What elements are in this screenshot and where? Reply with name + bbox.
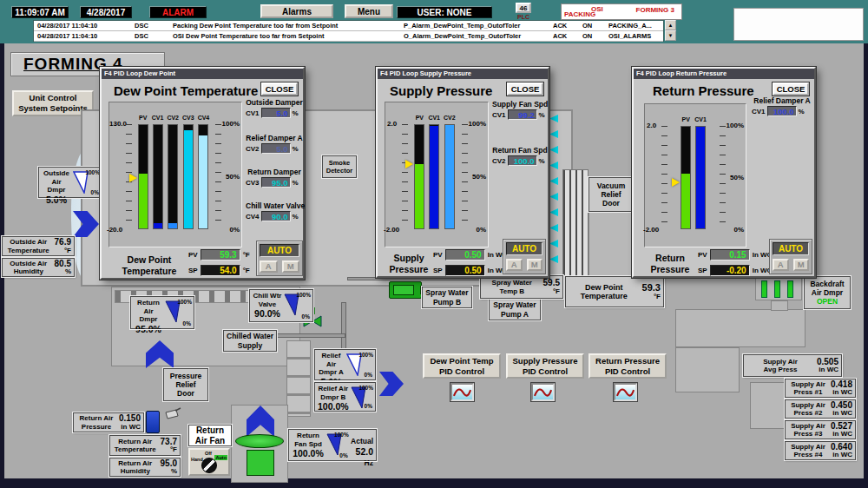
smoke-detector-label: Smoke Detector (322, 155, 357, 178)
manual-button[interactable]: M (527, 259, 543, 271)
alarm-row[interactable]: 04/28/2017 11:04:10 DSC OSI Dew Point Te… (34, 31, 663, 42)
supply-duct (589, 208, 634, 287)
hand-off-auto-switch[interactable]: Hand Off Auto (188, 448, 230, 476)
chilled-water-supply-label: Chilled Water Supply (223, 330, 277, 352)
auto-manual-control: AUTO A M (503, 239, 546, 274)
scroll-down-icon[interactable]: ▼ (665, 30, 676, 41)
trend-chart-icon[interactable] (614, 383, 637, 401)
manual-button[interactable]: M (793, 259, 810, 271)
scroll-up-icon[interactable]: ▲ (665, 20, 676, 30)
alarm-row[interactable]: 04/28/2017 11:04:10 DSC Packing Dew Poin… (34, 21, 663, 31)
bar-label: CV1 (694, 116, 707, 126)
alarm-timestamp: 04/28/2017 11:04:10 (34, 22, 131, 30)
gauge-bar-cv2 (444, 124, 455, 229)
cv-value: 5.0 (261, 143, 291, 154)
setpoint-pointer-icon[interactable] (129, 174, 141, 182)
cv-readout-list: Relief Damper ACV1100.0% (752, 96, 812, 116)
flow-sensor-icon (162, 407, 181, 423)
equipment-block (750, 382, 785, 429)
spray-water-pump-b-label: Spray Water Pump B (422, 287, 472, 308)
cv-label: Relief Damper A (752, 96, 812, 105)
close-button[interactable]: CLOSE (507, 82, 543, 96)
cv-label: Supply Fan Spd (492, 100, 548, 109)
backdraft-air-dmpr-label: Backdraft Air Dmpr OPEN (804, 276, 851, 309)
auto-mode-indicator[interactable]: AUTO (260, 244, 299, 257)
supply-air-press-1-readout: Supply AirPress #1 0.418in WC (785, 379, 856, 398)
return-air-fan-icon[interactable] (235, 434, 284, 448)
dew-point-pid-button[interactable]: Dew Point TempPID Control (423, 353, 501, 379)
cv-readout-list: Outside DamperCV15.0%Relief Damper ACV25… (246, 98, 303, 221)
close-button[interactable]: CLOSE (261, 82, 298, 96)
auto-mode-indicator[interactable]: AUTO (506, 242, 542, 255)
bar-label: CV4 (198, 115, 210, 124)
equipment-block (771, 300, 788, 311)
sp-value[interactable]: 54.0 (201, 265, 240, 276)
return-air-damper-indicator: ReturnAir Dmpr95.0% 100%0% (130, 296, 194, 329)
cv-value: 100.0 (767, 106, 797, 116)
bar-label: CV1 (152, 115, 164, 124)
bar-label: PV (416, 115, 424, 124)
alarm-description: OSI Dew Point Temperature too far from S… (169, 32, 400, 40)
pv-row: PV0.15In WC (698, 249, 772, 260)
bar-label: CV3 (182, 115, 194, 124)
gauge-bar-cv1 (429, 124, 439, 229)
date-display: 4/28/2017 (80, 6, 132, 18)
popup-title: Supply Pressure (390, 83, 492, 98)
auto-button[interactable]: A (260, 260, 278, 273)
auto-button[interactable]: A (506, 259, 523, 271)
setpoint-pointer-icon[interactable] (405, 160, 418, 168)
loop-name: SupplyPressure (385, 253, 433, 275)
pv-value: 0.15 (710, 249, 750, 260)
return-pressure-pid-button[interactable]: Return PressurePID Control (589, 353, 667, 379)
bar-label: CV2 (444, 115, 456, 124)
alarm-tag: P_Alarm_DewPoint_Temp_OutofToler (400, 22, 549, 30)
alarm-ack: ACK (549, 22, 579, 30)
supply-pressure-pid-button[interactable]: Supply PressurePID Control (506, 353, 584, 379)
chill-water-valve-indicator: Chill WtrValve90.0% 100%0% (249, 289, 313, 322)
spray-water-temp-b-readout: Spray WaterTemp B 59.5°F (480, 275, 563, 299)
bar-label: CV2 (167, 115, 179, 124)
bar-label: PV (682, 116, 690, 126)
popup-titlebar[interactable]: F4 PID Loop Return Pressure (634, 69, 814, 79)
auto-mode-indicator[interactable]: AUTO (773, 242, 809, 255)
loop-name: ReturnPressure (642, 253, 698, 275)
pv-value: 59.3 (201, 249, 240, 260)
setpoint-pointer-icon[interactable] (672, 178, 684, 187)
pid-bar-chart: 2.0 -2.00 100% 50% 0% PVCV1CV2 (385, 102, 489, 247)
backdraft-louver-blade (761, 280, 767, 298)
dew-point-temp-readout: Dew PointTemperature 59.3°F (565, 276, 664, 307)
equipment-block (675, 347, 740, 392)
bar-label: CV1 (428, 115, 440, 124)
forming3-label: FORMING 3 (636, 6, 674, 14)
menu-button[interactable]: Menu (345, 4, 393, 18)
sp-value[interactable]: 0.50 (445, 265, 485, 276)
close-button[interactable]: CLOSE (773, 82, 809, 96)
bar-label: PV (139, 115, 147, 124)
backdraft-louver-blade (787, 280, 793, 298)
popup-title: Return Pressure (653, 83, 754, 98)
packing-label: PACKING (564, 10, 595, 18)
cv-label: Outside Damper (246, 98, 303, 107)
popup-titlebar[interactable]: F4 PID Loop Dew Point (102, 69, 303, 79)
gauge-bar-cv4 (198, 124, 208, 229)
switch-knob-icon[interactable] (201, 458, 217, 473)
sp-value[interactable]: -0.20 (710, 265, 750, 276)
gauge-bar-cv2 (168, 124, 178, 229)
return-pressure-pid-popup: F4 PID Loop Return Pressure Return Press… (632, 67, 816, 278)
gauge-bar-cv3 (183, 124, 194, 229)
alarm-ack: ACK (549, 32, 579, 40)
alarms-button[interactable]: Alarms (260, 4, 333, 18)
cv-label: Return Fan Spd (492, 146, 548, 155)
trend-chart-icon[interactable] (450, 383, 474, 401)
manual-button[interactable]: M (282, 260, 300, 273)
plc-number: 46 (516, 3, 531, 13)
auto-button[interactable]: A (773, 259, 789, 271)
cv-value: 90.0 (261, 211, 291, 221)
relief-duct (286, 340, 311, 417)
cv-value: 100.0 (508, 155, 537, 166)
spray-water-pump-b-icon[interactable] (389, 281, 422, 299)
cv-value: 95.0 (261, 177, 291, 188)
trend-chart-icon[interactable] (531, 383, 555, 401)
popup-titlebar[interactable]: F4 PID Loop Supply Pressure (378, 69, 548, 79)
pv-value: 0.50 (445, 249, 485, 260)
